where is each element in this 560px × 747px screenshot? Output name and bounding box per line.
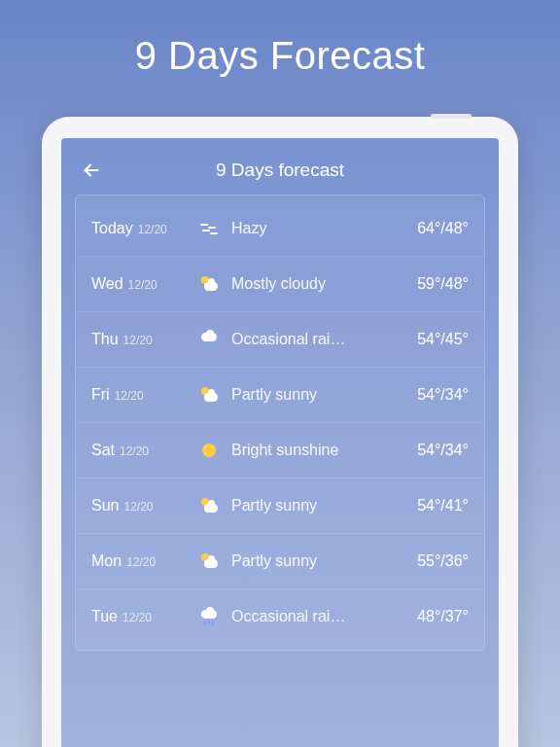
rain-icon	[198, 329, 220, 350]
condition-label: Hazy	[226, 220, 393, 237]
condition-label: Mostly cloudy	[226, 275, 393, 293]
date-label: 12/20	[123, 334, 153, 347]
forecast-row[interactable]: Fri12/20Partly sunny54°/34°	[76, 368, 484, 423]
day-date: Fri12/20	[91, 386, 192, 404]
day-date: Wed12/20	[91, 275, 192, 293]
day-label: Fri	[91, 386, 110, 404]
header-bar: 9 Days forecast	[75, 156, 485, 195]
day-label: Today	[91, 220, 133, 237]
forecast-row[interactable]: Tue12/20Occasional rai…48°/37°	[76, 589, 484, 644]
weather-icon-cell	[192, 329, 226, 350]
temperature-label: 54°/45°	[393, 331, 469, 348]
condition-label: Partly sunny	[226, 497, 393, 515]
header-title: 9 Days forecast	[102, 160, 458, 181]
date-label: 12/20	[120, 445, 149, 458]
weather-icon-cell	[192, 384, 226, 406]
back-arrow-icon[interactable]	[81, 160, 102, 181]
temperature-label: 54°/34°	[393, 386, 469, 404]
promo-title: 9 Days Forecast	[0, 0, 560, 107]
temperature-label: 54°/41°	[393, 497, 469, 515]
temperature-label: 64°/48°	[393, 220, 469, 237]
day-date: Today12/20	[91, 220, 192, 237]
forecast-row[interactable]: Sat12/20Bright sunshine54°/34°	[76, 423, 484, 479]
forecast-row[interactable]: Today12/20Hazy64°/48°	[76, 201, 484, 257]
forecast-row[interactable]: Thu12/20Occasional rai…54°/45°	[76, 312, 484, 368]
partly-sunny-icon	[198, 384, 220, 406]
date-label: 12/20	[126, 555, 156, 569]
date-label: 12/20	[122, 611, 152, 624]
condition-label: Occasional rai…	[226, 331, 393, 348]
weather-icon-cell	[192, 440, 226, 461]
date-label: 12/20	[138, 223, 167, 236]
temperature-label: 59°/48°	[393, 275, 469, 293]
day-date: Sat12/20	[91, 442, 192, 459]
weather-icon-cell	[192, 606, 226, 627]
day-date: Tue12/20	[91, 608, 192, 625]
weather-icon-cell	[192, 551, 226, 572]
day-label: Sun	[91, 497, 119, 515]
date-label: 12/20	[115, 389, 144, 403]
day-date: Sun12/20	[91, 497, 192, 515]
weather-icon-cell	[192, 218, 226, 239]
partly-sunny-icon	[198, 495, 220, 516]
power-button	[431, 114, 472, 119]
weather-icon-cell	[192, 495, 226, 516]
day-label: Sat	[91, 442, 115, 459]
condition-label: Partly sunny	[226, 552, 393, 570]
temperature-label: 55°/36°	[393, 552, 469, 570]
temperature-label: 48°/37°	[393, 608, 469, 625]
condition-label: Bright sunshine	[226, 442, 393, 459]
condition-label: Partly sunny	[226, 386, 393, 404]
sun-icon	[198, 440, 220, 461]
partly-sunny-icon	[198, 273, 220, 295]
forecast-row[interactable]: Wed12/20Mostly cloudy59°/48°	[76, 257, 484, 312]
app-screen: 9 Days forecast Today12/20Hazy64°/48°Wed…	[61, 138, 499, 747]
weather-icon-cell	[192, 273, 226, 295]
day-date: Mon12/20	[91, 552, 192, 570]
forecast-row[interactable]: Mon12/20Partly sunny55°/36°	[76, 534, 484, 589]
forecast-row[interactable]: Sun12/20Partly sunny54°/41°	[76, 479, 484, 534]
day-label: Mon	[91, 552, 122, 570]
tablet-frame: 9 Days forecast Today12/20Hazy64°/48°Wed…	[42, 117, 518, 747]
condition-label: Occasional rai…	[226, 608, 393, 625]
date-label: 12/20	[128, 278, 158, 292]
day-label: Tue	[91, 608, 118, 625]
day-label: Wed	[91, 275, 123, 293]
day-date: Thu12/20	[91, 331, 192, 348]
forecast-panel: Today12/20Hazy64°/48°Wed12/20Mostly clou…	[75, 195, 485, 651]
temperature-label: 54°/34°	[393, 442, 469, 459]
day-label: Thu	[91, 331, 119, 348]
date-label: 12/20	[123, 500, 153, 514]
partly-sunny-icon	[198, 551, 220, 572]
haze-icon	[198, 218, 220, 239]
rain-icon	[198, 606, 220, 627]
